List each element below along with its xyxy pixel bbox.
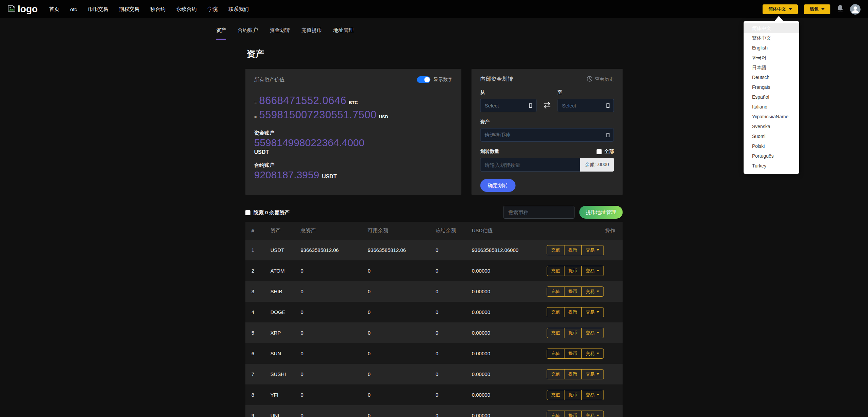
language-menu-item[interactable]: Svenska <box>744 122 799 132</box>
total-btc-value: 8668471552.0646 <box>259 95 346 107</box>
nav-menu: 首页otc币币交易期权交易秒合约永续合约学院联系我们 <box>49 6 249 13</box>
language-menu-item[interactable]: Português <box>744 151 799 161</box>
nav-item[interactable]: 秒合约 <box>150 6 165 13</box>
trade-button[interactable]: 交易 <box>581 411 604 417</box>
withdraw-button[interactable]: 提币 <box>564 307 582 317</box>
table-row: 3 SHIB 0 0 0 0.00000 充值 提币 交易 <box>245 281 623 302</box>
withdraw-button[interactable]: 提币 <box>564 349 582 359</box>
chevron-down-icon <box>821 8 825 10</box>
trade-button[interactable]: 交易 <box>581 266 604 276</box>
language-button[interactable]: 简体中文 <box>763 4 798 14</box>
withdraw-button[interactable]: 提币 <box>564 328 582 338</box>
withdraw-button[interactable]: 提币 <box>564 245 582 255</box>
notification-bell-icon[interactable] <box>836 4 844 14</box>
nav-item[interactable]: 首页 <box>49 6 59 13</box>
deposit-button[interactable]: 充值 <box>547 307 565 317</box>
language-menu-item[interactable]: 한국어 <box>744 53 799 63</box>
language-menu-item[interactable]: Suomi <box>744 132 799 141</box>
withdraw-button[interactable]: 提币 <box>564 266 582 276</box>
language-menu-item[interactable]: 简体中文 <box>744 23 799 33</box>
to-select[interactable]: Select <box>558 99 614 112</box>
language-button-label: 简体中文 <box>768 6 786 12</box>
withdraw-button[interactable]: 提币 <box>564 286 582 297</box>
chevron-down-icon <box>597 291 599 292</box>
trade-button[interactable]: 交易 <box>581 349 604 359</box>
cell-available: 0 <box>368 371 436 377</box>
deposit-button[interactable]: 充值 <box>547 369 565 379</box>
amount-input[interactable] <box>480 158 580 172</box>
wallet-button[interactable]: 钱包 <box>804 4 830 14</box>
nav-right: 简体中文 钱包 <box>763 4 861 15</box>
nav-item[interactable]: 联系我们 <box>229 6 249 13</box>
subnav-tab[interactable]: 合约账户 <box>238 27 258 40</box>
col-available: 可用余额 <box>368 227 436 234</box>
trade-button[interactable]: 交易 <box>581 245 604 255</box>
nav-item[interactable]: 期权交易 <box>119 6 139 13</box>
language-menu-item[interactable]: 繁体中文 <box>744 33 799 43</box>
withdraw-button[interactable]: 提币 <box>564 390 582 400</box>
cell-total: 0 <box>301 330 368 336</box>
subnav-tab[interactable]: 资金划转 <box>270 27 290 40</box>
language-menu-item[interactable]: English <box>744 43 799 53</box>
internal-transfer-card: 内部资金划转 查看历史 从 Select <box>472 69 623 195</box>
language-menu-item[interactable]: Français <box>744 82 799 92</box>
approx-sign: ≈ <box>254 100 257 105</box>
nav-item[interactable]: otc <box>70 6 77 12</box>
deposit-button[interactable]: 充值 <box>547 266 565 276</box>
language-menu-item[interactable]: Turkey <box>744 161 799 171</box>
cell-actions: 充值 提币 交易 <box>546 390 615 400</box>
trade-button[interactable]: 交易 <box>581 369 604 379</box>
confirm-transfer-button[interactable]: 确定划转 <box>480 179 516 192</box>
language-menu-item[interactable]: Deutsch <box>744 73 799 82</box>
trade-button-label: 交易 <box>586 392 595 398</box>
subnav-tab[interactable]: 资产 <box>216 27 226 40</box>
language-menu-item[interactable]: 日本語 <box>744 63 799 73</box>
nav-item[interactable]: 币币交易 <box>88 6 108 13</box>
cell-total: 0 <box>301 392 368 398</box>
language-menu-item[interactable]: Español <box>744 92 799 102</box>
cell-available: 93663585812.06 <box>368 247 436 253</box>
deposit-button[interactable]: 充值 <box>547 349 565 359</box>
deposit-button[interactable]: 充值 <box>547 390 565 400</box>
cell-index: 5 <box>252 330 271 336</box>
hide-zero-checkbox[interactable] <box>245 210 251 215</box>
subnav-tab[interactable]: 地址管理 <box>333 27 354 40</box>
deposit-button[interactable]: 充值 <box>547 286 565 297</box>
subnav-tab[interactable]: 充值提币 <box>301 27 322 40</box>
language-menu-item[interactable]: УкраїнськаName <box>744 112 799 122</box>
trade-button[interactable]: 交易 <box>581 307 604 317</box>
trade-button[interactable]: 交易 <box>581 286 604 297</box>
cell-actions: 充值 提币 交易 <box>546 286 615 297</box>
withdraw-button[interactable]: 提币 <box>564 411 582 417</box>
trade-button[interactable]: 交易 <box>581 328 604 338</box>
view-history-label: 查看历史 <box>595 76 614 82</box>
table-header: # 资产 总资产 可用余额 冻结余额 USD估值 操作 <box>245 222 623 240</box>
nav-item[interactable]: 永续合约 <box>176 6 197 13</box>
deposit-button[interactable]: 充值 <box>547 328 565 338</box>
cell-frozen: 0 <box>436 289 472 294</box>
main-content: 资产 所有资产价值 显示数字 ≈ 8668471552.0646 BTC ≈ 5… <box>245 45 623 417</box>
contract-account-unit: USDT <box>322 174 337 179</box>
trade-button[interactable]: 交易 <box>581 390 604 400</box>
language-menu-item[interactable]: Italiano <box>744 102 799 112</box>
all-checkbox[interactable] <box>597 149 602 154</box>
cell-total: 0 <box>301 371 368 377</box>
avatar[interactable] <box>850 4 861 15</box>
swap-direction-button[interactable] <box>537 99 558 112</box>
show-numbers-toggle[interactable] <box>417 76 431 83</box>
deposit-button[interactable]: 充值 <box>547 245 565 255</box>
cell-usd: 0.00000 <box>472 309 546 315</box>
logo[interactable]: logo <box>7 4 38 14</box>
withdraw-button[interactable]: 提币 <box>564 369 582 379</box>
deposit-button[interactable]: 充值 <box>547 411 565 417</box>
language-menu-item[interactable]: Polski <box>744 141 799 151</box>
withdraw-address-button[interactable]: 提币地址管理 <box>579 206 623 219</box>
search-input[interactable] <box>504 206 575 219</box>
cell-actions: 充值 提币 交易 <box>546 369 615 379</box>
select-arrow-placeholder-icon <box>607 133 610 137</box>
from-select[interactable]: Select <box>480 99 537 112</box>
asset-select[interactable]: 请选择币种 <box>480 128 614 142</box>
nav-item[interactable]: 学院 <box>208 6 218 13</box>
view-history-link[interactable]: 查看历史 <box>587 76 614 83</box>
broken-image-icon <box>7 4 16 14</box>
